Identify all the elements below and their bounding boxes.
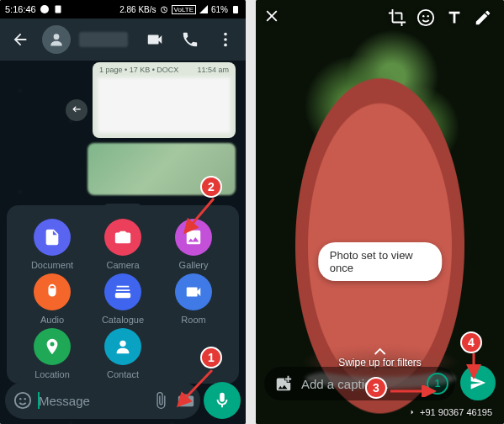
view-once-toast: Photo set to view once <box>318 242 443 281</box>
voice-call-button[interactable] <box>177 30 204 49</box>
whatsapp-image-editor-screen: Photo set to view once Swipe up for filt… <box>256 0 504 424</box>
svg-point-6 <box>224 38 227 41</box>
mic-button[interactable] <box>204 382 241 419</box>
svg-point-5 <box>224 33 227 36</box>
caption-input-bar[interactable]: Add a caption... 1 <box>264 367 455 400</box>
contact-avatar[interactable] <box>42 25 71 54</box>
volte-badge: VoLTE <box>172 5 196 14</box>
whatsapp-notif-icon <box>40 4 50 14</box>
svg-point-16 <box>427 15 429 17</box>
sticker-button[interactable] <box>411 8 440 27</box>
annotation-badge-1: 1 <box>200 347 222 368</box>
doc-meta: 1 page • 17 KB • DOCX <box>99 66 178 74</box>
attach-contact[interactable]: Contact <box>104 328 141 379</box>
editor-toolbar <box>263 7 497 29</box>
alarm-icon <box>159 4 169 14</box>
svg-point-7 <box>224 44 227 47</box>
view-once-toggle[interactable]: 1 <box>427 373 448 395</box>
draw-button[interactable] <box>469 8 497 27</box>
annotation-badge-3: 3 <box>365 377 387 399</box>
back-button[interactable] <box>7 30 34 49</box>
svg-point-4 <box>54 34 60 40</box>
attach-contact-label: Contact <box>107 369 139 379</box>
gallery-icon <box>175 219 212 256</box>
svg-point-8 <box>119 341 125 347</box>
attach-room-label: Room <box>181 315 205 325</box>
chat-header <box>0 19 246 61</box>
svg-rect-3 <box>233 6 238 13</box>
sent-document-bubble[interactable]: 1 page • 17 KB • DOCX 11:54 am <box>93 62 236 138</box>
status-battery: 61% <box>211 5 228 14</box>
message-placeholder: Message <box>39 394 90 408</box>
close-button[interactable] <box>263 7 289 29</box>
whatsapp-chat-screen: 5:16:46 2.86 KB/s VoLTE 61% <box>0 0 246 424</box>
swipe-up-hint[interactable]: Swipe up for filters <box>338 347 422 368</box>
forward-icon[interactable] <box>66 99 88 121</box>
catalogue-icon <box>104 273 141 310</box>
document-icon <box>34 219 71 256</box>
svg-point-15 <box>422 15 424 17</box>
svg-point-10 <box>19 398 21 400</box>
attach-camera-label: Camera <box>106 260 139 270</box>
attach-camera[interactable]: Camera <box>104 219 141 270</box>
doc-preview-blurred <box>98 77 231 133</box>
attach-document-label: Document <box>31 260 73 270</box>
chevron-up-icon <box>374 347 387 355</box>
svg-point-11 <box>24 398 26 400</box>
svg-point-14 <box>418 10 433 25</box>
svg-point-9 <box>15 393 30 408</box>
status-time: 5:16:46 <box>5 4 36 14</box>
contact-icon <box>104 328 141 365</box>
audio-icon <box>34 273 71 310</box>
video-call-button[interactable] <box>141 30 168 49</box>
share-arrow-icon <box>71 104 82 116</box>
caption-input[interactable]: Add a caption... <box>301 377 418 391</box>
attachment-icon[interactable] <box>151 391 170 410</box>
status-netspeed: 2.86 KB/s <box>119 5 156 14</box>
attach-location-label: Location <box>34 369 70 379</box>
add-photo-icon[interactable] <box>274 374 293 393</box>
crop-button[interactable] <box>383 8 411 27</box>
attach-audio[interactable]: Audio <box>34 273 71 325</box>
battery-icon <box>231 4 241 14</box>
location-icon <box>34 328 71 365</box>
recipient-chip[interactable]: +91 90367 46195 <box>408 407 492 417</box>
annotation-badge-4: 4 <box>460 331 482 353</box>
sim-icon <box>53 4 63 14</box>
chevron-right-icon <box>408 408 416 416</box>
doc-time: 11:54 am <box>197 66 229 74</box>
svg-rect-1 <box>55 6 61 13</box>
send-icon <box>470 374 486 391</box>
android-statusbar: 5:16:46 2.86 KB/s VoLTE 61% <box>0 0 246 19</box>
contact-name-redacted[interactable] <box>79 32 128 47</box>
room-icon <box>175 273 212 310</box>
emoji-icon[interactable] <box>13 391 32 410</box>
attach-gallery-label: Gallery <box>179 260 209 270</box>
more-button[interactable] <box>212 30 239 49</box>
recipient-label: +91 90367 46195 <box>420 407 492 417</box>
send-button[interactable] <box>460 365 496 400</box>
svg-point-0 <box>40 5 49 13</box>
text-button[interactable] <box>440 8 469 27</box>
attach-gallery[interactable]: Gallery <box>175 219 212 270</box>
message-input-bar[interactable]: Message <box>5 382 200 419</box>
attach-audio-label: Audio <box>40 315 64 325</box>
attach-location[interactable]: Location <box>34 328 71 379</box>
attach-catalogue-label: Catalogue <box>102 315 144 325</box>
attach-catalogue[interactable]: Catalogue <box>102 273 144 325</box>
annotation-badge-2: 2 <box>200 176 222 198</box>
attach-room[interactable]: Room <box>175 273 212 325</box>
camera-icon <box>104 219 141 256</box>
camera-input-icon[interactable] <box>177 391 195 410</box>
signal-icon <box>199 4 209 14</box>
attach-document[interactable]: Document <box>31 219 73 270</box>
message-input[interactable]: Message <box>39 394 145 408</box>
